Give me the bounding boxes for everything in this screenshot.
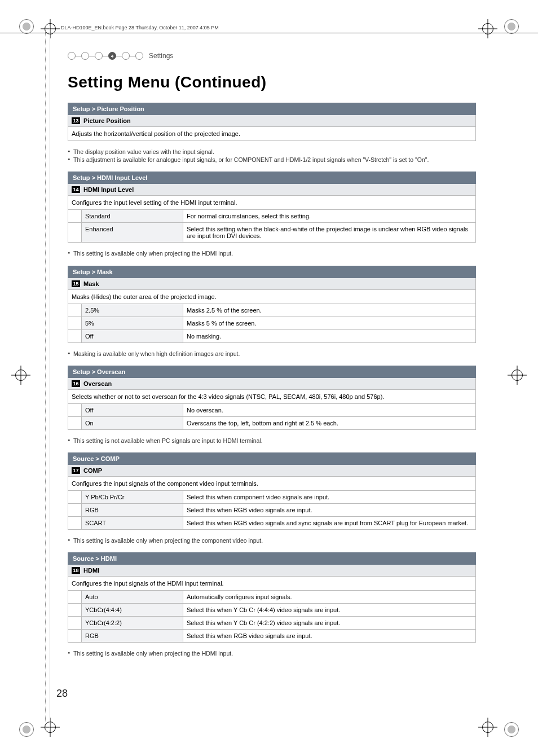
option-value: For normal circumstances, select this se… [183,210,476,223]
crop-mark-icon [478,19,497,38]
crop-mark-icon [11,366,30,385]
option-value: Select this when RGB video signals are i… [183,503,476,516]
section-hdmi: Source > HDMI 18 HDMI Configures the inp… [68,552,476,643]
crop-mark-icon [41,19,60,38]
registration-mark-icon [504,722,519,737]
notes-list: Masking is available only when high defi… [68,350,476,358]
options-table: AutoAutomatically configures input signa… [68,591,476,643]
index-tag-icon: 13 [72,117,80,124]
breadcrumb: Setup > Overscan [68,366,476,378]
registration-mark-icon [19,19,34,34]
table-row: YCbCr(4:2:2)Select this when Y Cb Cr (4:… [68,617,476,630]
option-key: Off [82,404,183,417]
option-value: Select this when component video signals… [183,491,476,504]
subheading-label: HDMI [83,567,99,574]
registration-mark-icon [504,19,519,34]
table-row: OnOverscans the top, left, bottom and ri… [68,416,476,429]
note-item: Masking is available only when high defi… [68,350,476,358]
option-key: On [82,416,183,429]
spine-guide [50,26,50,730]
option-value: Select this setting when the black-and-w… [183,223,476,243]
table-row: EnhancedSelect this setting when the bla… [68,223,476,243]
note-item: This setting is not available when PC si… [68,437,476,445]
step-dot-icon [122,52,130,60]
option-value: Select this when RGB video signals are i… [183,630,476,643]
note-item: This adjustment is available for analogu… [68,156,476,164]
table-row: RGBSelect this when RGB video signals ar… [68,630,476,643]
step-dot-icon [68,52,76,60]
notes-list: This setting is available only when proj… [68,537,476,544]
note-item: This setting is available only when proj… [68,249,476,257]
step-dot-icon [95,52,103,60]
option-key: Y Pb/Cb Pr/Cr [82,491,183,504]
option-key: Standard [82,210,183,223]
section-description: Adjusts the horizontal/vertical position… [68,127,476,141]
option-key: YCbCr(4:2:2) [82,617,183,630]
subheading-label: HDMI Input Level [83,186,134,193]
content-column: 4 Settings Setting Menu (Continued) Setu… [68,52,476,665]
index-tag-icon: 17 [72,467,80,474]
notes-list: This setting is available only when proj… [68,249,476,257]
breadcrumb: Setup > Mask [68,266,476,278]
options-table: OffNo overscan. OnOverscans the top, lef… [68,404,476,430]
page-title: Setting Menu (Continued) [68,73,476,91]
option-key: Auto [82,591,183,604]
section-description: Configures the input signals of the HDMI… [68,577,476,591]
table-row: OffNo masking. [68,329,476,342]
option-value: Select this when Y Cb Cr (4:2:2) video s… [183,617,476,630]
table-row: 5%Masks 5 % of the screen. [68,317,476,329]
page-number: 28 [56,688,68,700]
index-tag-icon: 18 [72,567,80,574]
options-table: StandardFor normal circumstances, select… [68,210,476,243]
breadcrumb: Source > HDMI [68,552,476,565]
option-value: No overscan. [183,404,476,417]
subheading-label: COMP [83,467,102,474]
table-row: Y Pb/Cb Pr/CrSelect this when component … [68,491,476,504]
option-key: Off [82,329,183,342]
notes-list: This setting is available only when proj… [68,649,476,657]
subheading-label: Overscan [83,380,112,387]
table-row: RGBSelect this when RGB video signals ar… [68,503,476,516]
section-description: Selects whether or not to set overscan f… [68,390,476,404]
index-tag-icon: 14 [72,186,80,193]
option-value: Masks 5 % of the screen. [183,317,476,329]
table-row: SCARTSelect this when RGB video signals … [68,516,476,529]
crop-mark-icon [41,718,60,737]
section-mask: Setup > Mask 15 Mask Masks (Hides) the o… [68,266,476,343]
table-row: StandardFor normal circumstances, select… [68,210,476,223]
crop-mark-icon [478,718,497,737]
option-key: Enhanced [82,223,183,243]
subheading-label: Picture Position [83,117,131,124]
option-key: RGB [82,630,183,643]
subheading: 14 HDMI Input Level [68,184,476,196]
subheading: 17 COMP [68,465,476,477]
spine-guide [45,26,46,730]
section-comp: Source > COMP 17 COMP Configures the inp… [68,452,476,530]
option-key: SCART [82,516,183,529]
option-value: Select this when RGB video signals and s… [183,516,476,529]
note-item: This setting is available only when proj… [68,649,476,657]
option-value: Automatically configures input signals. [183,591,476,604]
breadcrumb: Setup > Picture Position [68,103,476,115]
table-row: 2.5%Masks 2.5 % of the screen. [68,304,476,317]
step-dot-active-icon: 4 [108,52,116,60]
options-table: 2.5%Masks 2.5 % of the screen. 5%Masks 5… [68,304,476,343]
index-tag-icon: 15 [72,280,80,287]
subheading: 18 HDMI [68,565,476,577]
breadcrumb: Source > COMP [68,452,476,465]
section-hdmi-input-level: Setup > HDMI Input Level 14 HDMI Input L… [68,172,476,243]
section-overscan: Setup > Overscan 16 Overscan Selects whe… [68,366,476,430]
option-key: 5% [82,317,183,329]
table-row: AutoAutomatically configures input signa… [68,591,476,604]
subheading: 15 Mask [68,278,476,290]
option-key: RGB [82,503,183,516]
step-dot-icon [135,52,143,60]
option-value: Masks 2.5 % of the screen. [183,304,476,317]
section-description: Configures the input signals of the comp… [68,477,476,491]
page-root: DLA-HD100E_EN.book Page 28 Thursday, Oct… [0,0,538,756]
option-key: YCbCr(4:4:4) [82,604,183,617]
subheading: 16 Overscan [68,378,476,390]
note-item: This setting is available only when proj… [68,537,476,544]
option-value: Select this when Y Cb Cr (4:4:4) video s… [183,604,476,617]
book-header: DLA-HD100E_EN.book Page 28 Thursday, Oct… [61,25,219,30]
